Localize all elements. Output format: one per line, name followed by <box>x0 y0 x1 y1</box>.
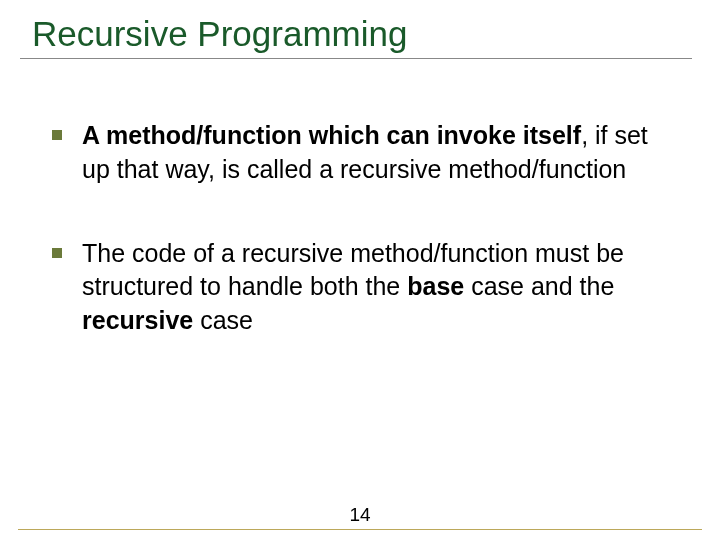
page-number: 14 <box>0 504 720 526</box>
bottom-rule <box>18 529 702 530</box>
square-bullet-icon <box>52 248 62 258</box>
bullet-text: A method/function which can invoke itsel… <box>82 119 682 187</box>
text-bold: A method/function which can invoke itsel… <box>82 121 581 149</box>
text-run: case <box>193 306 253 334</box>
content-area: A method/function which can invoke itsel… <box>28 119 692 338</box>
title-underline: Recursive Programming <box>20 14 692 59</box>
text-bold: recursive <box>82 306 193 334</box>
slide: Recursive Programming A method/function … <box>0 0 720 540</box>
bullet-text: The code of a recursive method/function … <box>82 237 682 338</box>
square-bullet-icon <box>52 130 62 140</box>
list-item: The code of a recursive method/function … <box>52 237 682 338</box>
text-run: case and the <box>464 272 614 300</box>
text-bold: base <box>407 272 464 300</box>
list-item: A method/function which can invoke itsel… <box>52 119 682 187</box>
slide-title: Recursive Programming <box>20 14 692 54</box>
